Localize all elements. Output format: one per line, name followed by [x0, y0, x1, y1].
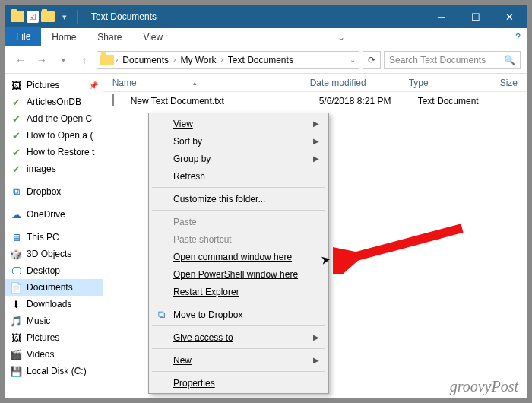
- titlebar: ☑ ▾ Text Documents ─ ☐ ✕: [5, 5, 527, 28]
- file-tab[interactable]: File: [5, 27, 41, 46]
- nav-downloads[interactable]: ⬇Downloads: [5, 296, 103, 313]
- recent-dropdown-icon[interactable]: ▾: [54, 51, 72, 69]
- up-button[interactable]: ↑: [75, 51, 93, 69]
- back-button[interactable]: ←: [11, 51, 30, 69]
- menu-separator: [152, 348, 325, 349]
- breadcrumb-textdocs[interactable]: Text Documents: [225, 53, 296, 67]
- nav-music[interactable]: 🎵Music: [5, 313, 103, 329]
- col-name[interactable]: Name▴: [103, 78, 301, 88]
- nav-localdisk[interactable]: 💾Local Disk (C:): [5, 363, 103, 379]
- refresh-button[interactable]: ⟳: [363, 51, 381, 69]
- check-icon: ✔: [10, 113, 22, 125]
- col-size[interactable]: Size: [491, 78, 527, 88]
- minimize-button[interactable]: ─: [424, 5, 458, 28]
- check-icon: ✔: [10, 146, 22, 158]
- menu-separator: [152, 187, 325, 188]
- nav-item[interactable]: ✔Add the Open C: [5, 110, 103, 127]
- menu-give-access[interactable]: Give access to▶: [150, 328, 327, 346]
- check-icon: ✔: [10, 129, 22, 141]
- address-row: ← → ▾ ↑ › Documents › My Work › Text Doc…: [5, 46, 527, 74]
- menu-separator: [152, 325, 325, 326]
- nav-item[interactable]: ✔ArticlesOnDB: [5, 94, 103, 110]
- breadcrumb-mywork[interactable]: My Work: [177, 53, 219, 67]
- forward-button[interactable]: →: [33, 51, 51, 69]
- nav-item[interactable]: ✔How to Restore t: [5, 144, 103, 160]
- file-date: 5/6/2018 8:21 PM: [310, 96, 409, 106]
- quick-access-toolbar: ☑ ▾: [5, 9, 85, 24]
- chevron-right-icon: ▶: [313, 356, 319, 364]
- text-file-icon: [112, 95, 125, 107]
- nav-documents[interactable]: 📄Documents: [5, 279, 103, 296]
- pictures-icon: 🖼: [10, 79, 22, 91]
- chevron-right-icon: ▶: [313, 154, 319, 163]
- music-icon: 🎵: [10, 315, 22, 327]
- pc-icon: 🖥: [10, 231, 22, 243]
- col-date[interactable]: Date modified: [301, 78, 400, 88]
- menu-properties[interactable]: Properties: [150, 374, 327, 392]
- menu-refresh[interactable]: Refresh: [150, 167, 327, 185]
- properties-icon[interactable]: ☑: [27, 11, 39, 23]
- check-icon: ✔: [10, 96, 22, 108]
- menu-customize[interactable]: Customize this folder...: [150, 190, 327, 208]
- chevron-right-icon[interactable]: ›: [221, 56, 223, 64]
- context-menu: View▶ Sort by▶ Group by▶ Refresh Customi…: [148, 113, 329, 394]
- nav-pictures2[interactable]: 🖼Pictures: [5, 329, 103, 346]
- menu-view[interactable]: View▶: [150, 115, 327, 132]
- help-icon[interactable]: ?: [509, 29, 527, 46]
- nav-thispc[interactable]: 🖥This PC: [5, 229, 103, 246]
- folder-icon: [10, 9, 25, 24]
- 3d-icon: 🎲: [10, 248, 22, 260]
- address-bar[interactable]: › Documents › My Work › Text Documents ⌄: [97, 51, 359, 69]
- file-name: New Text Document.txt: [131, 96, 310, 106]
- nav-item[interactable]: ✔How to Open a (: [5, 127, 103, 144]
- address-dropdown-icon[interactable]: ⌄: [350, 56, 356, 64]
- menu-new[interactable]: New▶: [150, 351, 327, 369]
- chevron-right-icon[interactable]: ›: [173, 56, 176, 64]
- nav-onedrive[interactable]: ☁OneDrive: [5, 206, 103, 223]
- menu-separator: [152, 210, 325, 211]
- menu-open-powershell[interactable]: Open PowerShell window here: [150, 265, 327, 283]
- nav-3dobjects[interactable]: 🎲3D Objects: [5, 246, 103, 262]
- chevron-right-icon: ▶: [313, 119, 319, 128]
- folder-icon: [100, 55, 114, 65]
- menu-group[interactable]: Group by▶: [150, 150, 327, 167]
- file-type: Text Document: [409, 96, 500, 106]
- tab-share[interactable]: Share: [87, 29, 132, 46]
- folder-icon: [40, 9, 55, 24]
- navigation-pane: 🖼Pictures📌 ✔ArticlesOnDB ✔Add the Open C…: [5, 74, 103, 398]
- menu-restart-explorer[interactable]: Restart Explorer: [150, 283, 327, 300]
- check-icon: ✔: [10, 163, 22, 175]
- videos-icon: 🎬: [10, 348, 22, 360]
- qat-dropdown-icon[interactable]: ▾: [57, 9, 72, 24]
- menu-paste-shortcut: Paste shortcut: [150, 230, 327, 248]
- search-input[interactable]: Search Text Documents 🔍: [384, 51, 521, 69]
- search-icon: 🔍: [504, 55, 515, 65]
- close-button[interactable]: ✕: [492, 5, 527, 28]
- disk-icon: 💾: [10, 365, 22, 377]
- maximize-button[interactable]: ☐: [458, 5, 492, 28]
- dropbox-icon: ⧉: [10, 186, 22, 198]
- window-title: Text Documents: [85, 11, 424, 22]
- menu-paste: Paste: [150, 213, 327, 230]
- desktop-icon: 🖵: [10, 265, 22, 277]
- file-row[interactable]: New Text Document.txt 5/6/2018 8:21 PM T…: [103, 92, 527, 110]
- breadcrumb-documents[interactable]: Documents: [119, 53, 172, 67]
- chevron-right-icon[interactable]: ›: [116, 56, 118, 64]
- expand-ribbon-icon[interactable]: ⌄: [331, 29, 351, 46]
- pictures-icon: 🖼: [10, 332, 22, 344]
- tab-view[interactable]: View: [132, 29, 173, 46]
- nav-videos[interactable]: 🎬Videos: [5, 346, 103, 363]
- nav-dropbox[interactable]: ⧉Dropbox: [5, 183, 103, 200]
- menu-open-cmd[interactable]: Open command window here: [150, 248, 327, 265]
- window-controls: ─ ☐ ✕: [424, 5, 527, 28]
- col-type[interactable]: Type: [400, 78, 491, 88]
- menu-sort[interactable]: Sort by▶: [150, 132, 327, 150]
- chevron-right-icon: ▶: [313, 333, 319, 341]
- nav-item[interactable]: ✔images: [5, 160, 103, 177]
- documents-icon: 📄: [10, 281, 22, 294]
- sort-asc-icon: ▴: [193, 79, 197, 87]
- menu-move-dropbox[interactable]: ⧉Move to Dropbox: [150, 306, 327, 323]
- nav-pictures[interactable]: 🖼Pictures📌: [5, 77, 103, 94]
- nav-desktop[interactable]: 🖵Desktop: [5, 262, 103, 279]
- tab-home[interactable]: Home: [41, 29, 87, 46]
